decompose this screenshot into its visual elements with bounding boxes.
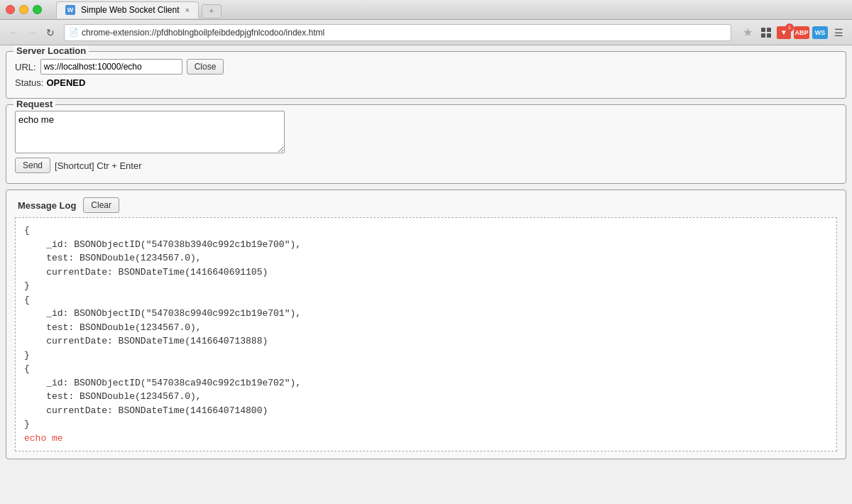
request-textarea[interactable]: echo me [15,111,285,153]
message-log-area: { _id: BSONObjectID("547038b3940c992c1b1… [15,217,837,451]
tab-close-button[interactable]: × [185,6,190,14]
url-label: URL: [15,62,36,72]
log-line: test: BSONDouble(1234567.0), [24,251,828,265]
svg-rect-0 [761,28,765,32]
adblock-icon[interactable]: ABP [794,26,809,39]
nav-bar: ← → ↻ 📄 chrome-extension://pfdhoblngboil… [0,20,852,45]
url-input[interactable] [40,59,182,75]
back-button[interactable]: ← [6,25,21,40]
status-value: OPENED [46,77,85,88]
log-line: test: BSONDouble(1234567.0), [24,321,828,335]
request-section: Request echo me Send [Shortcut] Ctr + En… [6,104,846,184]
active-tab[interactable]: W Simple Web Socket Client × [56,1,199,18]
tab-title: Simple Web Socket Client [81,5,180,15]
address-text: chrome-extension://pfdhoblngboilpfeibded… [82,28,726,38]
title-bar: W Simple Web Socket Client × + [0,0,852,20]
log-line: { [24,224,828,238]
log-line: _id: BSONObjectID("547038ca940c992c1b19e… [24,376,828,390]
websocket-ext-icon[interactable]: WS [812,26,828,39]
log-line: currentDate: BSONDateTime(1416640714800) [24,404,828,418]
message-log-legend: Message Log [15,200,79,211]
extensions-icon[interactable] [758,25,774,40]
browser-frame: W Simple Web Socket Client × + ← → ↻ 📄 c… [0,0,852,504]
new-tab-button[interactable]: + [202,4,222,18]
log-line: test: BSONDouble(1234567.0), [24,390,828,404]
minimize-window-button[interactable] [19,5,28,14]
address-bar[interactable]: 📄 chrome-extension://pfdhoblngboilpfeibd… [64,24,731,41]
send-row: Send [Shortcut] Ctr + Enter [15,158,837,173]
forward-button[interactable]: → [24,25,40,40]
toolbar-icons: ★ ▼ 1 ABP WS ☰ [740,25,846,40]
window-buttons [6,5,42,14]
log-line: _id: BSONObjectID("547038c9940c992c1b19e… [24,307,828,321]
svg-rect-3 [767,33,771,38]
log-line: _id: BSONObjectID("547038b3940c992c1b19e… [24,238,828,252]
echo-line: echo me [24,432,828,446]
tab-bar: W Simple Web Socket Client × + [56,1,846,18]
reload-button[interactable]: ↻ [43,25,58,40]
message-log-header: Message Log Clear [15,197,837,213]
notification-count: 1 [785,23,794,32]
menu-button[interactable]: ☰ [831,25,846,40]
request-legend: Request [13,99,55,109]
status-label: Status: [15,77,43,88]
bookmark-icon[interactable]: ★ [740,25,755,40]
message-log-section: Message Log Clear { _id: BSONObjectID("5… [6,190,846,459]
maximize-window-button[interactable] [33,5,42,14]
tab-favicon: W [65,5,75,15]
send-button[interactable]: Send [15,158,50,173]
log-line: { [24,362,828,376]
log-line: } [24,417,828,432]
page-content: Server Location URL: Close Status: OPENE… [0,45,852,504]
shortcut-hint: [Shortcut] Ctr + Enter [55,160,141,171]
close-window-button[interactable] [6,5,15,14]
svg-rect-1 [767,28,771,32]
log-line: { [24,293,828,307]
pocket-icon[interactable]: ▼ 1 [777,26,791,39]
log-line: currentDate: BSONDateTime(1416640713888) [24,334,828,349]
log-line: currentDate: BSONDateTime(1416640691105) [24,265,828,280]
log-line: } [24,349,828,363]
server-location-legend: Server Location [13,45,89,56]
svg-rect-2 [761,33,765,38]
close-button[interactable]: Close [187,59,224,75]
server-location-section: Server Location URL: Close Status: OPENE… [6,51,846,99]
status-row: Status: OPENED [15,77,837,88]
url-row: URL: Close [15,59,837,75]
page-icon: 📄 [69,28,79,37]
log-line: } [24,279,828,293]
clear-button[interactable]: Clear [83,197,119,213]
